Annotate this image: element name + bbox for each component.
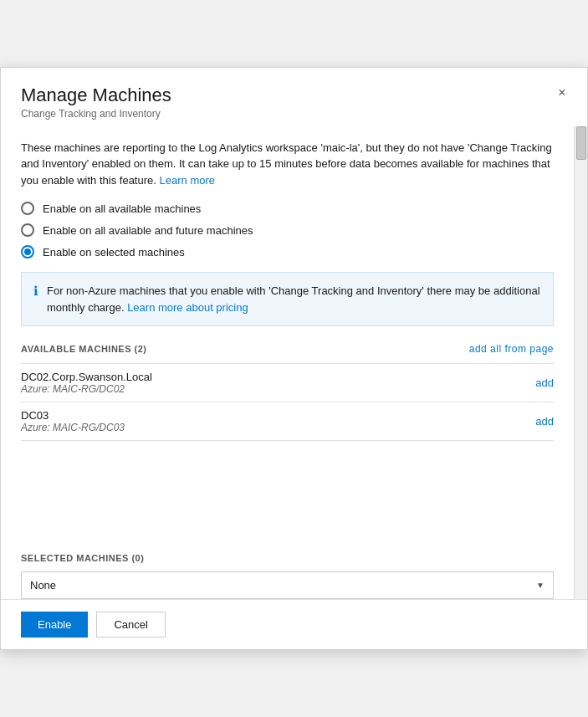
info-icon: ℹ <box>33 284 38 299</box>
description-text: These machines are reporting to the Log … <box>21 140 554 189</box>
dialog-body: These machines are reporting to the Log … <box>1 126 574 600</box>
manage-machines-dialog: Manage Machines Change Tracking and Inve… <box>0 67 588 651</box>
radio-item-all[interactable]: Enable on all available machines <box>21 202 554 215</box>
selected-machines-dropdown[interactable]: None ▼ <box>21 571 554 599</box>
radio-group: Enable on all available machines Enable … <box>21 202 554 259</box>
add-machine-1-link[interactable]: add <box>535 376 554 389</box>
enable-button[interactable]: Enable <box>21 612 88 638</box>
info-box-text: For non-Azure machines that you enable w… <box>47 283 541 315</box>
dialog-subtitle: Change Tracking and Inventory <box>21 108 567 120</box>
radio-all-future-label: Enable on all available and future machi… <box>43 224 253 237</box>
scrollbar[interactable] <box>574 126 587 600</box>
empty-space <box>21 441 554 541</box>
chevron-down-icon: ▼ <box>536 581 545 590</box>
add-machine-2-link[interactable]: add <box>535 415 554 428</box>
machine-azure-2: Azure: MAIC-RG/DC03 <box>21 422 125 433</box>
radio-item-selected[interactable]: Enable on selected machines <box>21 245 554 259</box>
dialog-footer: Enable Cancel <box>1 599 587 649</box>
radio-selected[interactable] <box>21 245 34 259</box>
machine-azure-1: Azure: MAIC-RG/DC02 <box>21 383 152 395</box>
machine-list: DC02.Corp.Swanson.Local Azure: MAIC-RG/D… <box>21 363 554 441</box>
learn-more-pricing-link[interactable]: Learn more about pricing <box>127 301 248 314</box>
selected-machines-section: SELECTED MACHINES (0) None ▼ <box>21 550 554 599</box>
table-row: DC02.Corp.Swanson.Local Azure: MAIC-RG/D… <box>21 364 554 402</box>
learn-more-link[interactable]: Learn more <box>160 174 215 187</box>
radio-all-label: Enable on all available machines <box>43 202 201 215</box>
dialog-title: Manage Machines <box>21 85 567 106</box>
radio-all[interactable] <box>21 202 34 215</box>
available-machines-header: AVAILABLE MACHINES (2) add all from page <box>21 343 554 355</box>
radio-all-future[interactable] <box>21 223 34 237</box>
machine-name-1: DC02.Corp.Swanson.Local <box>21 371 152 383</box>
radio-selected-label: Enable on selected machines <box>43 246 185 259</box>
add-all-from-page-link[interactable]: add all from page <box>469 343 554 355</box>
scrollbar-thumb[interactable] <box>576 126 586 160</box>
info-box: ℹ For non-Azure machines that you enable… <box>21 272 554 326</box>
radio-item-all-future[interactable]: Enable on all available and future machi… <box>21 223 554 237</box>
dialog-header: Manage Machines Change Tracking and Inve… <box>1 68 587 126</box>
table-row: DC03 Azure: MAIC-RG/DC03 add <box>21 402 554 441</box>
machine-name-2: DC03 <box>21 409 125 422</box>
cancel-button[interactable]: Cancel <box>96 612 165 638</box>
selected-machines-header: SELECTED MACHINES (0) <box>21 553 554 563</box>
close-button[interactable]: × <box>552 83 572 103</box>
selected-value: None <box>30 579 56 592</box>
